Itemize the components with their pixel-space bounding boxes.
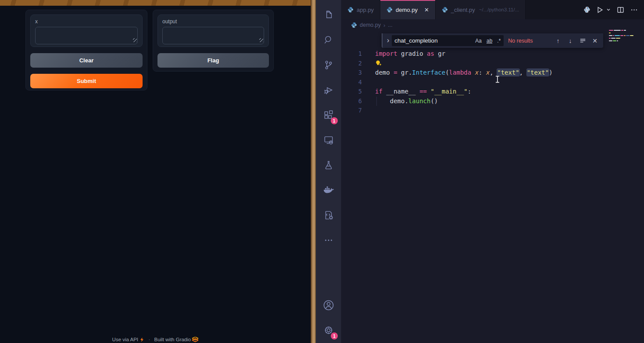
source-control-icon[interactable] bbox=[318, 55, 339, 75]
find-input-wrap: Aa ab .* bbox=[392, 35, 504, 46]
breadcrumb-more[interactable]: ... bbox=[388, 22, 392, 28]
code-token: , bbox=[490, 69, 497, 76]
more-actions-icon[interactable] bbox=[630, 6, 638, 14]
window-divider-sash[interactable] bbox=[311, 0, 316, 343]
code-token: , bbox=[519, 69, 527, 76]
search-icon[interactable] bbox=[318, 30, 339, 50]
line-number: 7 bbox=[341, 106, 362, 116]
line-content bbox=[375, 59, 382, 69]
next-match-icon[interactable]: ↓ bbox=[565, 36, 575, 46]
python-file-icon bbox=[347, 7, 354, 13]
code-token: gr. bbox=[397, 69, 412, 76]
code-area[interactable]: 1import gradio as gr23demo = gr.Interfac… bbox=[341, 49, 613, 116]
submit-button[interactable]: Submit bbox=[30, 74, 143, 88]
find-input[interactable] bbox=[392, 37, 473, 44]
screen: x Clear Submit output Flag Use via API ·… bbox=[0, 0, 644, 343]
lightbulb-icon[interactable] bbox=[375, 60, 382, 67]
find-actions: ↑ ↓ ✕ bbox=[553, 36, 600, 46]
whole-word-icon[interactable]: ab bbox=[485, 37, 494, 45]
line-content: demo.launch() bbox=[375, 97, 438, 106]
code-line: 2 bbox=[341, 59, 613, 69]
code-token: "text" bbox=[527, 69, 549, 76]
run-python-file-icon[interactable] bbox=[596, 6, 604, 14]
tab-label: demo.py bbox=[396, 7, 418, 13]
previous-match-icon[interactable]: ↑ bbox=[553, 36, 563, 46]
minimap-segment bbox=[609, 40, 612, 41]
code-token: == bbox=[419, 88, 427, 95]
vscode-window: 1 1 bbox=[316, 0, 644, 343]
python-file-icon bbox=[386, 7, 393, 13]
line-content: if __name__ == "__main__": bbox=[375, 87, 471, 97]
settings-badge: 1 bbox=[331, 332, 338, 339]
code-token: lambda bbox=[449, 69, 472, 76]
activity-bar: 1 1 bbox=[316, 0, 341, 343]
use-via-api-link[interactable]: Use via API bbox=[112, 337, 138, 342]
remote-explorer-icon[interactable] bbox=[318, 130, 339, 150]
breadcrumb-file[interactable]: demo.py bbox=[360, 22, 381, 28]
input-textarea[interactable] bbox=[35, 27, 138, 44]
testing-icon[interactable] bbox=[318, 155, 339, 175]
run-config-icon[interactable] bbox=[318, 205, 339, 225]
code-line: 4 bbox=[341, 78, 613, 87]
minimap-segment bbox=[613, 35, 614, 36]
tab-demo-py[interactable]: demo.py ✕ bbox=[380, 0, 436, 19]
gradio-input-panel: x Clear Submit bbox=[25, 10, 147, 90]
run-and-debug-icon[interactable] bbox=[318, 80, 339, 100]
code-token: demo. bbox=[375, 97, 408, 105]
browser-loading-stripe bbox=[0, 0, 311, 6]
code-token: gr bbox=[434, 50, 445, 57]
code-token: as bbox=[427, 50, 434, 57]
code-token: : bbox=[468, 88, 471, 95]
more-views-icon[interactable] bbox=[318, 230, 339, 250]
toggle-replace-chevron-icon[interactable]: › bbox=[387, 36, 389, 44]
tab-label: _client.py bbox=[451, 7, 475, 13]
explorer-icon[interactable] bbox=[318, 5, 339, 25]
code-token: Interface bbox=[412, 69, 445, 76]
close-find-icon[interactable]: ✕ bbox=[590, 36, 600, 46]
gradio-output-panel: output Flag bbox=[153, 10, 274, 72]
minimap-segment bbox=[613, 40, 616, 41]
regex-icon[interactable]: .* bbox=[495, 37, 502, 45]
code-token: x bbox=[475, 69, 479, 76]
minimap-segment bbox=[617, 40, 618, 41]
run-dropdown-chevron-icon[interactable] bbox=[606, 7, 611, 12]
line-number: 3 bbox=[341, 68, 362, 78]
resize-handle-icon[interactable] bbox=[259, 38, 263, 42]
minimap-row bbox=[609, 40, 633, 41]
editor-body[interactable]: demo.py › ... › Aa ab .* No results ↑ bbox=[341, 19, 644, 343]
gradio-footer: Use via API · Built with Gradio bbox=[0, 337, 311, 342]
output-textarea[interactable] bbox=[162, 27, 264, 44]
python-interpreter-icon[interactable] bbox=[584, 7, 590, 13]
breadcrumb[interactable]: demo.py › ... bbox=[341, 19, 644, 31]
line-number: 4 bbox=[341, 78, 362, 87]
minimap[interactable] bbox=[609, 30, 633, 43]
docker-icon[interactable] bbox=[318, 180, 339, 200]
tab-client-py[interactable]: _client.py ~/.../python3.11/... bbox=[436, 0, 526, 19]
gradio-input-block: x bbox=[30, 14, 143, 47]
code-token: ) bbox=[549, 69, 552, 76]
extensions-badge: 1 bbox=[331, 117, 338, 124]
clear-button[interactable]: Clear bbox=[30, 53, 143, 68]
editor-region: app.py demo.py ✕ _client.py ~/.../python… bbox=[341, 0, 644, 343]
minimap-row bbox=[609, 32, 633, 33]
accounts-icon[interactable] bbox=[318, 295, 339, 315]
python-file-icon bbox=[351, 22, 357, 28]
close-tab-icon[interactable]: ✕ bbox=[424, 7, 429, 13]
flag-button[interactable]: Flag bbox=[157, 53, 269, 68]
match-case-icon[interactable]: Aa bbox=[473, 37, 483, 45]
extensions-icon[interactable]: 1 bbox=[318, 105, 339, 125]
code-token: demo bbox=[375, 69, 394, 76]
line-content: demo = gr.Interface(lambda x: x, "text",… bbox=[375, 68, 553, 78]
line-number: 5 bbox=[341, 87, 362, 97]
settings-gear-icon[interactable]: 1 bbox=[318, 320, 339, 340]
split-editor-icon[interactable] bbox=[617, 6, 624, 14]
find-in-selection-icon[interactable] bbox=[578, 36, 587, 46]
resize-handle-icon[interactable] bbox=[133, 38, 137, 42]
footer-separator: · bbox=[148, 337, 150, 342]
minimap-segment bbox=[620, 35, 624, 36]
code-token: "__main__" bbox=[430, 88, 467, 95]
tab-app-py[interactable]: app.py bbox=[341, 0, 380, 19]
minimap-segment bbox=[624, 30, 626, 31]
built-with-gradio-link[interactable]: Built with Gradio bbox=[154, 337, 191, 342]
find-widget: › Aa ab .* No results ↑ ↓ ✕ bbox=[382, 33, 603, 48]
